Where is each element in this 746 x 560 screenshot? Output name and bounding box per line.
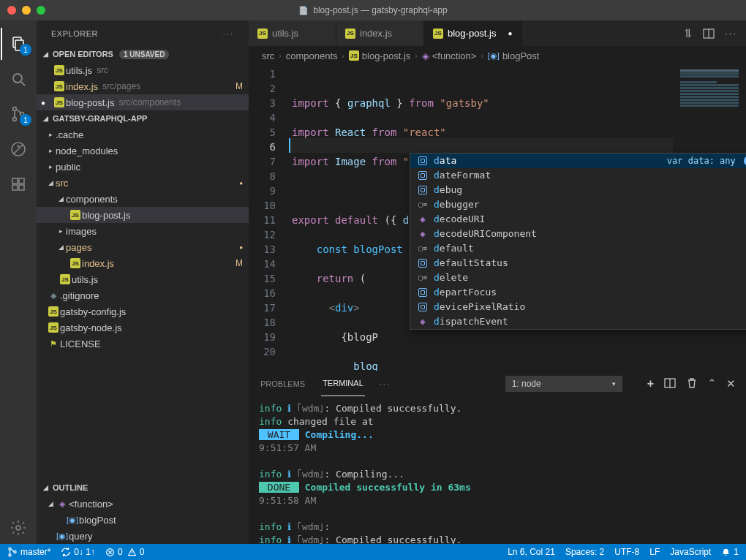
svg-point-9 bbox=[18, 145, 20, 148]
js-file-icon: JS bbox=[433, 29, 443, 39]
js-file-icon: JS bbox=[70, 258, 80, 268]
variable-icon: [◉] bbox=[56, 531, 69, 541]
line-gutter: 1234567891011121314151617181920 bbox=[249, 65, 289, 371]
extensions-icon[interactable] bbox=[1, 168, 36, 200]
source-control-icon[interactable]: 1 bbox=[1, 98, 36, 130]
intellisense-item[interactable]: dateFormat bbox=[410, 168, 746, 183]
variable-icon: [◉] bbox=[488, 51, 500, 61]
file-item[interactable]: ⚑LICENSE bbox=[37, 336, 249, 352]
maximize-window-icon[interactable] bbox=[37, 6, 45, 15]
intellisense-item[interactable]: ◈decodeURI bbox=[410, 212, 746, 227]
folder-item[interactable]: ▸images bbox=[37, 223, 249, 239]
compare-changes-icon[interactable]: ⥮ bbox=[683, 26, 693, 40]
cursor-position[interactable]: Ln 6, Col 21 bbox=[508, 547, 555, 557]
tab[interactable]: JSblog-post.js● bbox=[424, 20, 522, 46]
terminal-output[interactable]: info ℹ ｢wdm｣: Compiled successfully.info… bbox=[249, 396, 746, 544]
panel-tab-problems[interactable]: PROBLEMS bbox=[259, 371, 306, 396]
outline-item[interactable]: [◉]blogPost bbox=[37, 512, 249, 528]
file-item[interactable]: ◆.gitignore bbox=[37, 287, 249, 303]
intellisense-popup[interactable]: datavar data: any idateFormatdebug▢≡debu… bbox=[410, 153, 746, 330]
status-bar: master* 0↓ 1↑ 0 0 Ln 6, Col 21 Spaces: 2… bbox=[0, 544, 746, 560]
open-editor-item[interactable]: ● JS blog-post.js src/components bbox=[37, 94, 249, 110]
svg-point-5 bbox=[13, 118, 17, 121]
variable-kind-icon bbox=[418, 156, 427, 165]
folder-item[interactable]: ◢components bbox=[37, 191, 249, 207]
tab[interactable]: JSindex.js bbox=[336, 20, 424, 46]
intellisense-item[interactable]: devicePixelRatio bbox=[410, 300, 746, 314]
function-icon: ◈ bbox=[56, 499, 69, 509]
svg-rect-11 bbox=[19, 178, 24, 183]
file-item[interactable]: JSutils.js bbox=[37, 271, 249, 287]
activity-bar: 1 1 bbox=[0, 20, 37, 544]
explorer-icon[interactable]: 1 bbox=[1, 28, 36, 60]
workspace-header[interactable]: ◢ GATSBY-GRAPHQL-APP bbox=[37, 110, 249, 126]
sidebar: EXPLORER ··· ◢ OPEN EDITORS 1 UNSAVED JS… bbox=[37, 20, 249, 544]
editor[interactable]: 1234567891011121314151617181920 import {… bbox=[249, 65, 746, 371]
js-file-icon: JS bbox=[54, 81, 64, 91]
intellisense-item[interactable]: ▢≡debugger bbox=[410, 197, 746, 212]
search-icon[interactable] bbox=[1, 63, 36, 95]
notifications-icon[interactable]: 1 bbox=[721, 547, 739, 557]
file-item[interactable]: JSindex.jsM bbox=[37, 255, 249, 271]
svg-rect-13 bbox=[19, 185, 24, 190]
breadcrumb[interactable]: src› components› JS blog-post.js› ◈ <fun… bbox=[249, 46, 746, 65]
intellisense-item[interactable]: datavar data: any i bbox=[410, 154, 746, 168]
function-icon: ◈ bbox=[422, 50, 429, 61]
maximize-panel-icon[interactable]: ⌃ bbox=[708, 377, 716, 390]
intellisense-item[interactable]: debug bbox=[410, 183, 746, 197]
panel-tab-terminal[interactable]: TERMINAL bbox=[321, 371, 365, 396]
close-window-icon[interactable] bbox=[7, 6, 16, 15]
errors-count[interactable]: 0 bbox=[105, 547, 123, 557]
intellisense-item[interactable]: ▢≡default bbox=[410, 241, 746, 256]
folder-item[interactable]: ▸.cache bbox=[37, 126, 249, 143]
folder-item[interactable]: ◢src● bbox=[37, 175, 249, 191]
intellisense-item[interactable]: ◈decodeURIComponent bbox=[410, 227, 746, 241]
sync-status[interactable]: 0↓ 1↑ bbox=[61, 547, 95, 557]
variable-kind-icon bbox=[418, 303, 427, 311]
file-item[interactable]: JSblog-post.js bbox=[37, 207, 249, 223]
keyword-kind-icon: ▢≡ bbox=[418, 241, 427, 256]
open-editor-item[interactable]: JS utils.js src bbox=[37, 62, 249, 78]
folder-item[interactable]: ▸public bbox=[37, 159, 249, 175]
terminal-selector[interactable]: 1: node▾ bbox=[505, 376, 622, 392]
settings-icon[interactable] bbox=[1, 512, 36, 544]
svg-point-2 bbox=[13, 74, 22, 83]
outline-item[interactable]: [◉]query bbox=[37, 528, 249, 544]
intellisense-item[interactable]: ◈dispatchEvent bbox=[410, 314, 746, 329]
intellisense-detail: var data: any i bbox=[667, 154, 746, 168]
split-terminal-icon[interactable] bbox=[664, 377, 676, 390]
split-editor-icon[interactable] bbox=[703, 28, 715, 39]
minimize-window-icon[interactable] bbox=[22, 6, 31, 15]
debug-icon[interactable] bbox=[1, 133, 36, 165]
intellisense-item[interactable]: ▢≡delete bbox=[410, 270, 746, 285]
close-panel-icon[interactable]: ✕ bbox=[726, 377, 736, 390]
panel-overflow-icon[interactable]: ··· bbox=[380, 379, 391, 388]
encoding[interactable]: UTF-8 bbox=[614, 547, 639, 557]
js-file-icon: JS bbox=[48, 306, 59, 317]
indentation[interactable]: Spaces: 2 bbox=[565, 547, 604, 557]
more-actions-icon[interactable]: ··· bbox=[725, 28, 737, 39]
sidebar-more-icon[interactable]: ··· bbox=[223, 29, 234, 38]
open-editors-header[interactable]: ◢ OPEN EDITORS 1 UNSAVED bbox=[37, 46, 249, 62]
trash-icon[interactable] bbox=[686, 377, 698, 390]
outline-header[interactable]: ◢ OUTLINE bbox=[37, 480, 249, 496]
git-branch[interactable]: master* bbox=[7, 547, 50, 557]
eol[interactable]: LF bbox=[649, 547, 660, 557]
open-editors-section: ◢ OPEN EDITORS 1 UNSAVED JS utils.js src… bbox=[37, 46, 249, 110]
open-editor-item[interactable]: JS index.js src/pages M bbox=[37, 78, 249, 94]
svg-point-20 bbox=[9, 554, 11, 556]
file-item[interactable]: JSgatsby-node.js bbox=[37, 319, 249, 336]
editor-group: JSutils.js JSindex.js JSblog-post.js● ⥮ … bbox=[249, 20, 746, 544]
file-item[interactable]: JSgatsby-config.js bbox=[37, 303, 249, 319]
folder-item[interactable]: ▸node_modules bbox=[37, 143, 249, 159]
tab[interactable]: JSutils.js bbox=[249, 20, 336, 46]
outline-item[interactable]: ◢◈<function> bbox=[37, 496, 249, 512]
intellisense-item[interactable]: defaultStatus bbox=[410, 256, 746, 270]
folder-item[interactable]: ◢pages● bbox=[37, 239, 249, 255]
warnings-count[interactable]: 0 bbox=[127, 547, 145, 557]
js-file-icon: JS bbox=[54, 65, 64, 75]
intellisense-item[interactable]: departFocus bbox=[410, 285, 746, 300]
language-mode[interactable]: JavaScript bbox=[670, 547, 711, 557]
titlebar[interactable]: 📄 blog-post.js — gatsby-graphql-app bbox=[0, 0, 746, 20]
new-terminal-icon[interactable]: + bbox=[647, 377, 654, 390]
